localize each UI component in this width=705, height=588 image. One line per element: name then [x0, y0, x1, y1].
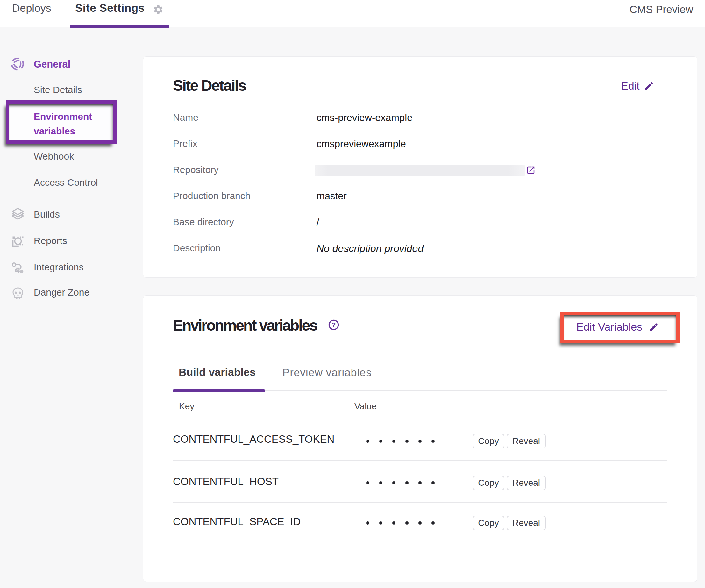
svg-text:?: ?: [332, 321, 336, 328]
